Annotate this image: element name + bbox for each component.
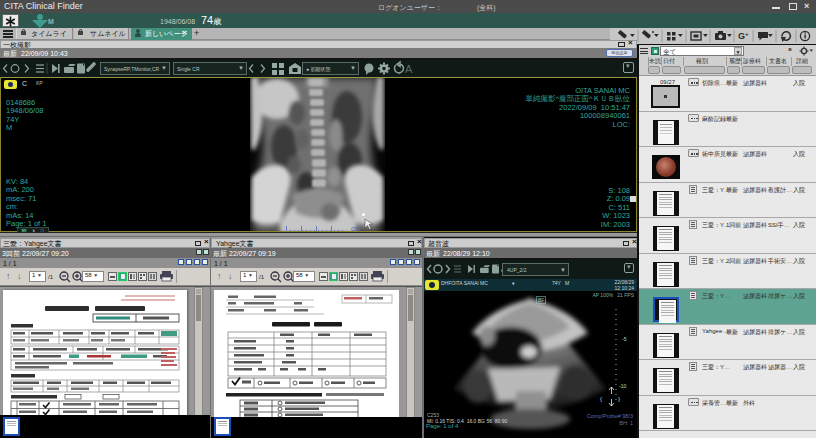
svg-text:{: {: [600, 396, 602, 402]
svg-text:-10: -10: [619, 383, 626, 389]
svg-text:}: }: [618, 396, 620, 402]
svg-text:G: G: [738, 31, 745, 41]
svg-text:A: A: [405, 63, 413, 75]
svg-text:-5: -5: [622, 336, 627, 342]
svg-text:+: +: [745, 31, 749, 37]
